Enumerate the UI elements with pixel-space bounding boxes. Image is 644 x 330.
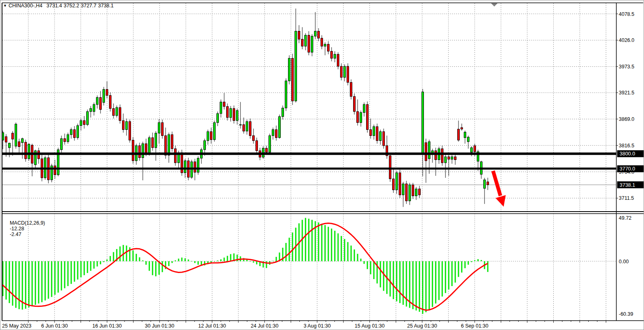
candle: [103, 90, 105, 103]
candle: [350, 82, 352, 96]
candle: [12, 133, 14, 139]
candle: [341, 66, 343, 77]
candle: [272, 130, 274, 136]
candle: [295, 31, 297, 101]
candle: [165, 135, 167, 155]
candle: [474, 146, 476, 152]
candle: [197, 158, 199, 173]
candle: [126, 122, 128, 130]
chart-background: [0, 0, 644, 330]
low-value: 3727.7: [81, 3, 96, 9]
candle: [425, 143, 427, 161]
boxed-price-label: 3800.0: [620, 151, 635, 157]
candle: [106, 90, 108, 96]
candle: [18, 142, 20, 146]
candle: [15, 124, 17, 146]
candle: [275, 130, 277, 138]
candle: [70, 130, 72, 135]
candle: [318, 31, 320, 38]
candle: [305, 35, 307, 46]
candle: [155, 133, 157, 148]
candle: [321, 38, 323, 46]
candle: [220, 102, 222, 114]
candle: [243, 125, 245, 131]
candle: [119, 107, 121, 120]
macd-scale-label: 49.72: [619, 215, 631, 221]
chart-canvas[interactable]: 4078.54026.03973.53921.53869.03816.53764…: [0, 0, 644, 330]
candle: [354, 96, 356, 111]
candle: [54, 166, 56, 175]
candle: [415, 189, 417, 196]
candle: [448, 157, 450, 159]
candle: [194, 162, 196, 173]
candle: [454, 157, 456, 160]
candle: [253, 135, 255, 140]
candle: [236, 111, 238, 121]
candle: [298, 31, 300, 39]
candle: [266, 148, 268, 152]
candle: [344, 66, 346, 77]
candle: [471, 148, 473, 152]
candle: [331, 51, 333, 58]
candle: [181, 153, 183, 173]
candle: [464, 132, 466, 138]
candle: [461, 128, 463, 129]
candle: [292, 58, 294, 101]
candle: [383, 131, 385, 146]
candle: [402, 184, 404, 195]
candle: [380, 131, 382, 140]
candle: [279, 116, 281, 138]
candle: [370, 130, 372, 136]
candle: [122, 120, 124, 129]
candle: [25, 142, 27, 159]
candle: [168, 135, 170, 155]
candle: [314, 31, 317, 36]
candle: [175, 149, 177, 163]
candle: [435, 151, 437, 160]
candle: [158, 122, 160, 133]
price-tick-label: 3869.0: [619, 116, 634, 122]
candle: [422, 92, 424, 154]
candle: [301, 39, 303, 46]
candle: [428, 142, 430, 159]
candle: [28, 144, 30, 159]
candle: [217, 114, 219, 122]
candle: [223, 102, 225, 107]
candle: [210, 131, 212, 140]
candle: [393, 179, 395, 190]
candle: [327, 44, 330, 51]
candle: [227, 107, 229, 118]
price-tick-label: 3973.5: [619, 64, 634, 70]
boxed-price-label: 3770.0: [620, 166, 635, 172]
candle: [214, 122, 216, 140]
candle: [207, 131, 209, 140]
candle: [67, 135, 69, 142]
time-tick-label: 25 Aug 01:30: [407, 323, 437, 329]
candle: [113, 109, 115, 116]
candle: [487, 182, 489, 185]
candle: [5, 137, 7, 142]
candle: [337, 54, 339, 66]
price-tick-label: 4026.0: [619, 37, 634, 43]
level-line-3770[interactable]: [2, 168, 616, 170]
high-value: 3752.2: [64, 3, 79, 9]
candle: [87, 111, 89, 125]
candle: [148, 138, 151, 153]
candle: [451, 157, 453, 159]
candle: [389, 156, 391, 179]
candle: [9, 143, 11, 148]
candle: [412, 185, 414, 196]
candle: [311, 36, 313, 52]
candle: [230, 109, 232, 118]
candle: [74, 130, 76, 138]
candle: [139, 146, 141, 158]
candle: [363, 105, 365, 113]
candle: [467, 137, 469, 142]
candle: [90, 109, 92, 111]
candle: [256, 141, 258, 151]
candle: [61, 139, 63, 150]
level-line-3800[interactable]: [2, 153, 616, 155]
candle: [419, 189, 421, 195]
candle: [373, 127, 375, 135]
time-tick-label: 30 Jun 01:30: [145, 323, 174, 329]
